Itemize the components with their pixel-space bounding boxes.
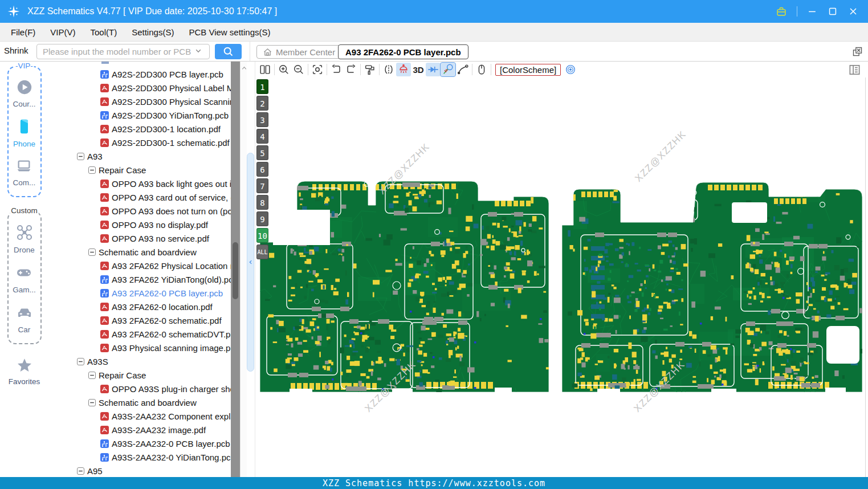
tree-item[interactable]: A92S-2DD300 Physical Scannin	[48, 95, 231, 108]
chevron-left-icon	[248, 259, 254, 265]
tree-item[interactable]: OPPO A93 card out of service, c	[48, 190, 231, 204]
collapse-icon[interactable]	[77, 358, 84, 365]
layer-button-2[interactable]: 2	[256, 96, 268, 111]
tree-scrollbar-thumb[interactable]	[233, 242, 238, 299]
tree-item[interactable]: A93 Physical scanning image.pd	[48, 341, 231, 354]
tree-item[interactable]: A93S-2AA232-0 PCB layer.pcb	[48, 437, 231, 450]
scroll-up-icon[interactable]	[241, 65, 247, 71]
tab-member-center[interactable]: Member Center	[256, 45, 341, 59]
layer-button-8[interactable]: 8	[256, 195, 268, 210]
mirror-flip-button[interactable]	[381, 63, 396, 76]
sidebar-item-cour[interactable]: Cour...	[13, 79, 36, 108]
tree-item[interactable]: A93 2FA262-0 schematic.pdf	[48, 313, 231, 327]
tree-item[interactable]: OPPO A93 no service.pdf	[48, 231, 231, 245]
menu-item-0[interactable]: File(F)	[3, 25, 43, 39]
diode-mode-button[interactable]	[426, 63, 441, 76]
measure-mode-button[interactable]	[441, 63, 455, 76]
zoom-out-button[interactable]	[291, 63, 306, 76]
tree-item[interactable]: A92S-2DD300 Physical Label M	[48, 81, 231, 95]
layer-strip: 12345678910ALL	[256, 79, 268, 261]
tree-item[interactable]: A93 2FA262-0 PCB layer.pcb	[48, 286, 231, 300]
toolbar-separator	[360, 64, 361, 75]
tree-item-label: A93 2FA262-0 location.pdf	[112, 302, 213, 312]
colorscheme-button[interactable]: [ColorScheme]	[495, 64, 561, 76]
menu-item-1[interactable]: VIP(V)	[43, 25, 83, 39]
sidebar-item-favorites[interactable]: Favorites	[0, 357, 48, 386]
layer-button-1[interactable]: 1	[256, 79, 268, 94]
toolbar-separator	[472, 64, 472, 75]
tree-item[interactable]: OPPO A93 back light goes out i	[48, 177, 231, 190]
tree-scrollbar[interactable]	[231, 62, 240, 477]
menu-item-2[interactable]: Tool(T)	[83, 25, 125, 39]
layer-button-6[interactable]: 6	[256, 162, 268, 177]
tree-item[interactable]: A93S-2AA232 image.pdf	[48, 423, 231, 437]
tree-group[interactable]: Repair Case	[48, 368, 231, 382]
paint-roller-button[interactable]	[362, 63, 377, 76]
tree-item[interactable]: A92S-2DD300-1 schematic.pdf	[48, 136, 231, 149]
collapse-icon[interactable]	[88, 166, 96, 174]
sidebar-item-phone[interactable]: Phone	[13, 117, 35, 148]
collapse-icon[interactable]	[77, 467, 84, 475]
tab-active-document[interactable]: A93 2FA262-0 PCB layer.pcb	[338, 44, 468, 59]
panel-collapse-handle[interactable]	[247, 153, 254, 372]
shrink-button[interactable]: Shrink	[4, 46, 28, 55]
tree-item[interactable]: OPPO A93 does not turn on (pc	[48, 204, 231, 218]
chevron-down-icon[interactable]	[193, 45, 204, 59]
rotate-left-button[interactable]	[329, 63, 344, 76]
tree-item[interactable]: A92S-2DD300 PCB layer.pcb	[48, 67, 231, 81]
tree-group[interactable]: A93S	[48, 354, 231, 368]
menu-item-4[interactable]: PCB View settings(S)	[181, 25, 278, 39]
menu-item-3[interactable]: Settings(S)	[124, 25, 181, 39]
tree-item-label: A93 2FA262 Physical Location m	[112, 261, 231, 271]
collapse-icon[interactable]	[88, 399, 96, 406]
vip-briefcase-icon[interactable]	[775, 5, 788, 18]
sidebar-item-com[interactable]: Com...	[13, 157, 36, 187]
model-search-input[interactable]	[36, 44, 210, 59]
visibility-eye-button[interactable]	[563, 63, 578, 76]
tree-group[interactable]: Repair Case	[48, 163, 231, 177]
tree-item[interactable]: A93 2FA262-0 location.pdf	[48, 300, 231, 313]
layer-button-all[interactable]: ALL	[256, 244, 268, 259]
close-pane-icon[interactable]	[851, 46, 863, 58]
mouse-settings-button[interactable]	[474, 63, 489, 76]
tree-group[interactable]: Schematic and boardview	[48, 396, 231, 409]
fit-view-button[interactable]	[310, 63, 325, 76]
layer-button-5[interactable]: 5	[256, 145, 268, 160]
tree-item[interactable]: A92S-2DD300 YiDianTong.pcb	[48, 108, 231, 122]
sidebar-item-gam[interactable]: Gam...	[13, 263, 36, 294]
collapse-icon[interactable]	[88, 372, 96, 379]
rotate-right-button[interactable]	[344, 63, 358, 76]
layer-button-7[interactable]: 7	[256, 178, 268, 193]
tree-group[interactable]: Schematic and boardview	[48, 245, 231, 259]
tree-item[interactable]: OPPO A93S plug-in charger sho	[48, 382, 231, 396]
pcb-canvas[interactable]: 12345678910ALL XZZ@XZZHKXZZ@XZZHKXZZ@XZZ…	[255, 78, 868, 477]
tree-item[interactable]: A93 2FA262-0 schematicDVT.pd	[48, 327, 231, 341]
tree-item[interactable]: A93S-2AA232 Component expla	[48, 409, 231, 423]
view-3d-button[interactable]: 3D	[411, 63, 426, 76]
sidebar-item-car[interactable]: Car	[15, 303, 34, 334]
app-logo-icon	[7, 5, 21, 18]
highlight-lamp-button[interactable]	[396, 63, 411, 76]
curve-mode-button[interactable]	[455, 63, 470, 76]
layer-button-10[interactable]: 10	[256, 228, 268, 243]
collapse-icon[interactable]	[88, 248, 96, 256]
minimize-button[interactable]	[806, 6, 818, 17]
close-button[interactable]	[847, 6, 859, 17]
tree-group[interactable]: A95	[48, 464, 231, 477]
panel-toggle-button[interactable]	[847, 63, 862, 76]
search-button[interactable]	[215, 44, 242, 59]
tree-group[interactable]: A93	[48, 149, 231, 163]
tree-item[interactable]: A92S-2DD300-1 location.pdf	[48, 122, 231, 136]
tree-item[interactable]: A93 2FA262 Physical Location m	[48, 259, 231, 272]
layer-button-4[interactable]: 4	[256, 129, 268, 144]
zoom-in-button[interactable]	[276, 63, 291, 76]
tree-item[interactable]: A93S-2AA232-0 YiDianTong.pcb	[48, 450, 231, 464]
collapse-icon[interactable]	[77, 153, 84, 160]
tree-item[interactable]: OPPO A93 no display.pdf	[48, 218, 231, 231]
split-view-button[interactable]	[258, 63, 272, 76]
tree-item[interactable]: A93 2FA262 YiDianTong(old).pc	[48, 272, 231, 286]
maximize-button[interactable]	[827, 6, 838, 17]
layer-button-9[interactable]: 9	[256, 211, 268, 226]
sidebar-item-drone[interactable]: Drone	[14, 223, 35, 254]
layer-button-3[interactable]: 3	[256, 112, 268, 127]
